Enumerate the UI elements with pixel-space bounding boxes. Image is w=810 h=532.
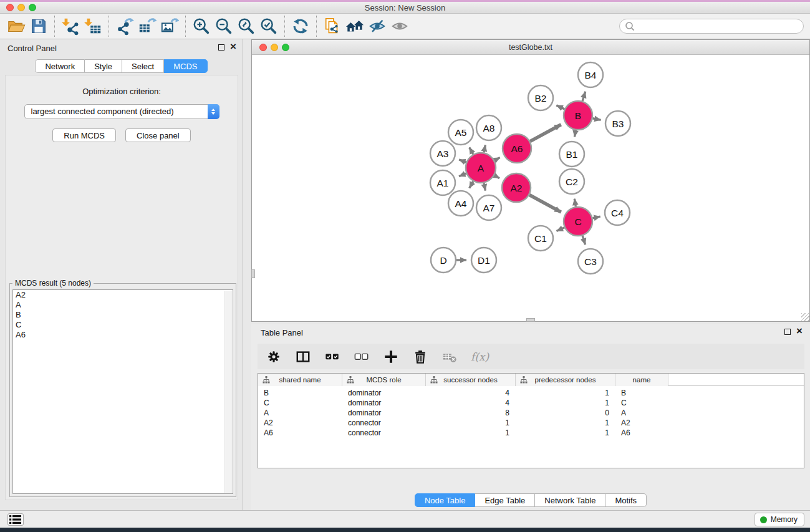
table-row[interactable]: A2connector11A2 xyxy=(258,418,804,428)
graph-node-A2[interactable]: A2 xyxy=(502,173,531,202)
window-titlebar[interactable]: Session: New Session xyxy=(0,2,810,14)
tab-edge-table[interactable]: Edge Table xyxy=(475,493,535,507)
graph-edge-A-A6[interactable] xyxy=(494,158,500,161)
graph-node-B[interactable]: B xyxy=(564,101,592,130)
graph-edge-A6-B[interactable] xyxy=(530,125,561,142)
deselect-all-button[interactable] xyxy=(354,349,370,365)
zoom-selected-button[interactable] xyxy=(258,16,280,37)
tab-motifs[interactable]: Motifs xyxy=(605,493,647,507)
select-all-button[interactable] xyxy=(324,349,340,365)
resize-grip[interactable] xyxy=(801,313,809,321)
close-panel-icon[interactable]: × xyxy=(230,41,236,53)
mcds-result-item-a6[interactable]: A6 xyxy=(13,330,233,340)
show-columns-button[interactable] xyxy=(295,349,311,365)
graph-node-A3[interactable]: A3 xyxy=(430,141,455,166)
graph-edge-C-C2[interactable] xyxy=(574,199,576,207)
graph-edge-B-B2[interactable] xyxy=(556,105,564,109)
refresh-view-button[interactable] xyxy=(289,16,312,37)
graph-node-B4[interactable]: B4 xyxy=(578,62,603,87)
graph-node-B3[interactable]: B3 xyxy=(605,111,630,136)
zoom-in-button[interactable] xyxy=(190,16,213,37)
graph-edge-A-A7[interactable] xyxy=(484,183,485,190)
graph-node-A[interactable]: A xyxy=(466,153,496,183)
import-table-button[interactable] xyxy=(82,16,104,37)
result-scrollbar[interactable] xyxy=(224,291,232,493)
graph-edge-C-C3[interactable] xyxy=(582,236,585,244)
clone-network-button[interactable] xyxy=(321,16,344,37)
tab-style[interactable]: Style xyxy=(85,59,122,73)
tab-network[interactable]: Network xyxy=(35,59,85,73)
graph-node-D1[interactable]: D1 xyxy=(471,248,496,273)
function-builder-button[interactable]: f(x) xyxy=(471,349,489,365)
mcds-result-item-a2[interactable]: A2 xyxy=(13,290,233,300)
export-image-button[interactable] xyxy=(158,16,181,37)
tab-select[interactable]: Select xyxy=(122,59,164,73)
column-header-mcds-role[interactable]: MCDS role xyxy=(342,374,426,386)
export-network-button[interactable] xyxy=(113,16,136,37)
graph-edge-A-A5[interactable] xyxy=(470,147,473,154)
graph-edge-B-B4[interactable] xyxy=(582,92,586,101)
left-edge-handle[interactable] xyxy=(251,269,255,278)
graph-node-A4[interactable]: A4 xyxy=(448,191,473,216)
graph-edge-C-C4[interactable] xyxy=(592,216,600,218)
mcds-result-item-c[interactable]: C xyxy=(13,320,233,330)
graph-node-A6[interactable]: A6 xyxy=(503,134,531,163)
graph-node-B1[interactable]: B1 xyxy=(559,142,584,167)
memory-button[interactable]: Memory xyxy=(755,513,804,526)
graph-node-D[interactable]: D xyxy=(431,248,456,273)
criterion-dropdown[interactable]: largest connected component (directed) xyxy=(24,104,219,119)
float-panel-icon[interactable] xyxy=(218,44,224,51)
network-graph[interactable]: B4B2BB3B1A5A8A6A3AA1A2C2A4A7CC4C1C3DD1 xyxy=(252,55,809,322)
graph-edge-B-B1[interactable] xyxy=(574,130,576,137)
table-row[interactable]: Bdominator41B xyxy=(258,388,804,398)
import-network-button[interactable] xyxy=(59,16,82,37)
table-settings-button[interactable] xyxy=(266,349,282,365)
graph-edge-A-A4[interactable] xyxy=(470,181,473,188)
graph-node-C[interactable]: C xyxy=(564,207,592,236)
graph-node-A7[interactable]: A7 xyxy=(476,195,501,220)
open-session-button[interactable] xyxy=(5,16,27,37)
search-field[interactable] xyxy=(619,19,804,34)
network-window-titlebar[interactable]: testGlobe.txt xyxy=(252,40,809,55)
graph-node-B2[interactable]: B2 xyxy=(528,85,553,110)
graph-node-C2[interactable]: C2 xyxy=(559,169,584,194)
mcds-result-item-a[interactable]: A xyxy=(13,300,233,310)
graph-edge-A2-C[interactable] xyxy=(529,195,561,212)
zoom-out-button[interactable] xyxy=(213,16,235,37)
zoom-fit-button[interactable] xyxy=(235,16,258,37)
show-all-networks-button[interactable] xyxy=(344,16,366,37)
graph-node-C3[interactable]: C3 xyxy=(578,249,603,274)
mcds-result-list[interactable]: A2ABCA6 xyxy=(12,289,233,494)
add-column-button[interactable] xyxy=(383,349,399,365)
column-header-shared-name[interactable]: shared name xyxy=(258,374,342,386)
task-history-button[interactable] xyxy=(7,513,24,526)
tab-node-table[interactable]: Node Table xyxy=(415,493,476,507)
graph-edge-A-A3[interactable] xyxy=(459,160,466,162)
table-row[interactable]: Cdominator41C xyxy=(258,398,804,408)
table-row[interactable]: Adominator80A xyxy=(258,408,804,418)
column-header-predecessor-nodes[interactable]: predecessor nodes xyxy=(516,374,615,386)
graph-node-C4[interactable]: C4 xyxy=(605,200,630,225)
delete-column-button[interactable] xyxy=(412,349,428,365)
graph-edge-A-A2[interactable] xyxy=(494,175,499,178)
tab-network-table[interactable]: Network Table xyxy=(535,493,605,507)
save-session-button[interactable] xyxy=(27,16,50,37)
show-panel-button[interactable] xyxy=(388,16,411,37)
graph-node-A8[interactable]: A8 xyxy=(476,115,501,140)
table-float-icon[interactable] xyxy=(784,329,791,335)
network-canvas[interactable]: B4B2BB3B1A5A8A6A3AA1A2C2A4A7CC4C1C3DD1 xyxy=(252,55,809,321)
delete-table-button[interactable] xyxy=(441,349,458,365)
search-input[interactable] xyxy=(635,20,803,32)
hide-panel-button[interactable] xyxy=(366,16,388,37)
run-mcds-button[interactable]: Run MCDS xyxy=(52,128,116,142)
graph-edge-A-A1[interactable] xyxy=(459,173,466,177)
graph-edge-B-B3[interactable] xyxy=(593,118,601,120)
tab-mcds[interactable]: MCDS xyxy=(164,59,207,73)
graph-node-A1[interactable]: A1 xyxy=(430,170,455,195)
mcds-result-item-b[interactable]: B xyxy=(13,310,233,320)
table-close-icon[interactable]: × xyxy=(796,325,803,337)
graph-node-A5[interactable]: A5 xyxy=(448,120,473,145)
bottom-edge-handle[interactable] xyxy=(526,318,535,322)
column-header-successor-nodes[interactable]: successor nodes xyxy=(426,374,516,386)
table-row[interactable]: A6connector11A6 xyxy=(258,428,804,438)
